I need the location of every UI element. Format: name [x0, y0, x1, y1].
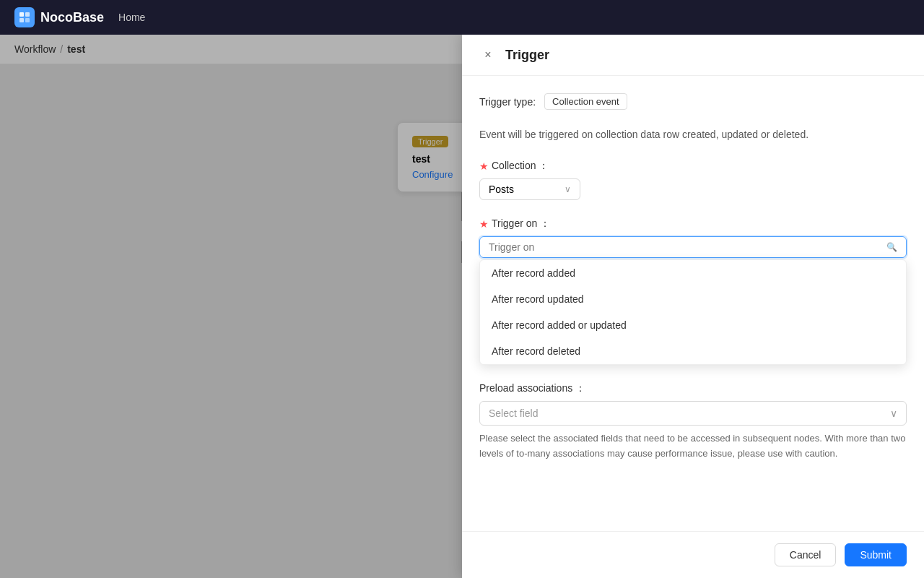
trigger-on-label: ★ Trigger on ： [479, 217, 907, 230]
navbar: NocoBase Home [0, 0, 924, 35]
main-layout: Workflow / test Trigger test Configure + [0, 35, 924, 578]
preload-chevron-icon: ∨ [890, 407, 897, 419]
trigger-type-label: Trigger type: [479, 96, 536, 108]
svg-rect-2 [19, 18, 24, 22]
drawer-title: Trigger [505, 48, 549, 63]
chevron-down-icon: ∨ [565, 184, 571, 194]
dropdown-item-after-record-updated[interactable]: After record updated [480, 286, 906, 312]
svg-rect-1 [25, 12, 30, 17]
canvas-area: Workflow / test Trigger test Configure + [0, 35, 924, 578]
collection-select[interactable]: Posts ∨ [479, 178, 580, 200]
submit-button[interactable]: Submit [845, 543, 907, 566]
svg-rect-3 [25, 18, 30, 22]
trigger-type-value: Collection event [544, 93, 627, 110]
brand-name: NocoBase [40, 10, 104, 25]
drawer-body: Trigger type: Collection event Event wil… [462, 76, 924, 531]
trigger-description-row: Event will be triggered on collection da… [479, 127, 907, 142]
collection-value: Posts [489, 184, 514, 195]
trigger-description: Event will be triggered on collection da… [479, 127, 907, 142]
drawer-header: × Trigger [462, 35, 924, 76]
trigger-on-dropdown: After record added After record updated … [479, 259, 907, 365]
dropdown-item-after-record-deleted[interactable]: After record deleted [480, 338, 906, 364]
preload-select[interactable]: Select field ∨ [479, 401, 907, 426]
svg-rect-0 [19, 12, 24, 17]
collection-row: ★ Collection ： Posts ∨ [479, 160, 907, 200]
brand: NocoBase [14, 7, 104, 27]
collection-required: ★ [479, 160, 489, 172]
search-icon: 🔍 [886, 242, 897, 252]
select-field-placeholder: Select field [489, 407, 538, 419]
trigger-on-search-input[interactable] [489, 241, 881, 253]
cancel-button[interactable]: Cancel [775, 543, 837, 566]
trigger-on-input-wrapper[interactable]: 🔍 [479, 236, 907, 258]
trigger-on-row: ★ Trigger on ： 🔍 After record added Afte… [479, 217, 907, 365]
dropdown-item-after-record-added-or-updated[interactable]: After record added or updated [480, 312, 906, 338]
preload-label: Preload associations ： [479, 382, 907, 395]
trigger-type-row: Trigger type: Collection event [479, 93, 907, 110]
drawer-footer: Cancel Submit [462, 531, 924, 578]
close-button[interactable]: × [479, 46, 497, 64]
preload-hint: Please select the associated fields that… [479, 431, 907, 462]
brand-icon [14, 7, 35, 27]
home-link[interactable]: Home [118, 12, 145, 23]
drawer-overlay: × Trigger Trigger type: Collection event [0, 35, 924, 578]
dropdown-item-after-record-added[interactable]: After record added [480, 260, 906, 286]
collection-label: ★ Collection ： [479, 160, 907, 173]
preload-row: Preload associations ： Select field ∨ Pl… [479, 382, 907, 462]
trigger-on-required: ★ [479, 218, 489, 230]
drawer: × Trigger Trigger type: Collection event [462, 35, 924, 578]
